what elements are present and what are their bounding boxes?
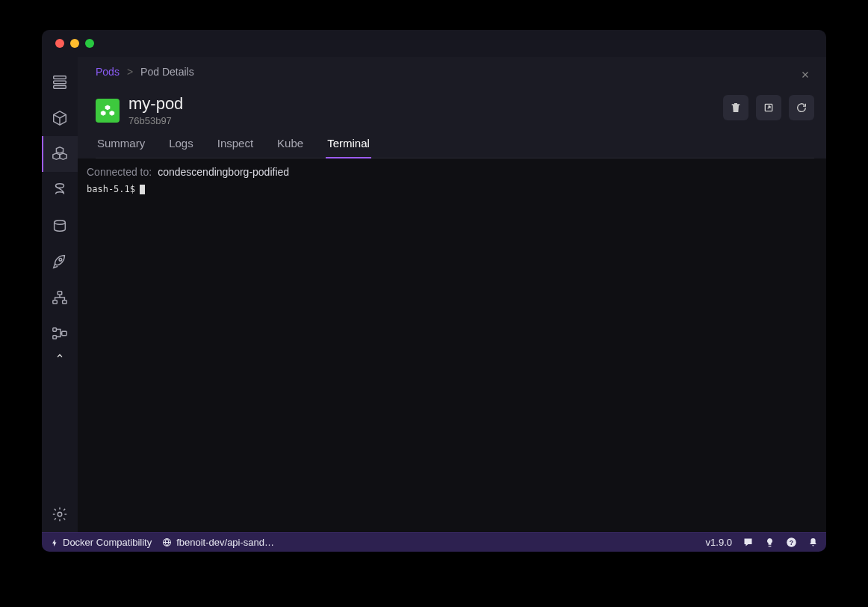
sidebar-item-volumes[interactable] bbox=[42, 208, 78, 244]
sidebar-item-containers[interactable] bbox=[42, 100, 78, 136]
tab-inspect[interactable]: Inspect bbox=[216, 137, 255, 158]
sidebar-item-resources[interactable] bbox=[42, 315, 78, 351]
svg-rect-1 bbox=[54, 81, 66, 84]
tab-logs[interactable]: Logs bbox=[167, 137, 195, 158]
svg-rect-0 bbox=[54, 76, 66, 79]
sidebar-item-dashboard[interactable] bbox=[42, 64, 78, 100]
tab-terminal[interactable]: Terminal bbox=[326, 137, 371, 158]
status-bell-icon[interactable] bbox=[807, 537, 819, 548]
status-docker-compat[interactable]: Docker Compatibility bbox=[49, 537, 152, 548]
terminal-panel[interactable]: Connected to: condescendingborg-podified… bbox=[78, 158, 826, 532]
status-chat-icon[interactable] bbox=[743, 537, 754, 548]
status-bulb-icon[interactable] bbox=[764, 537, 775, 548]
breadcrumb: Pods > Pod Details bbox=[96, 66, 194, 78]
connected-label: Connected to: bbox=[87, 166, 152, 178]
window-close-button[interactable] bbox=[55, 39, 64, 48]
tab-summary[interactable]: Summary bbox=[96, 137, 146, 158]
svg-point-3 bbox=[55, 221, 66, 225]
refresh-button[interactable] bbox=[789, 95, 814, 120]
sidebar-item-settings[interactable] bbox=[42, 496, 78, 532]
sidebar-item-network[interactable] bbox=[42, 280, 78, 315]
connected-target: condescendingborg-podified bbox=[158, 166, 289, 178]
breadcrumb-root-link[interactable]: Pods bbox=[96, 66, 120, 78]
popout-button[interactable] bbox=[756, 95, 781, 120]
breadcrumb-current: Pod Details bbox=[140, 66, 194, 78]
action-buttons bbox=[723, 95, 814, 120]
tab-bar: Summary Logs Inspect Kube Terminal bbox=[96, 137, 814, 158]
sidebar-item-pods[interactable] bbox=[42, 136, 78, 172]
svg-point-11 bbox=[58, 512, 62, 517]
terminal-cursor bbox=[140, 185, 145, 194]
svg-point-4 bbox=[59, 258, 62, 261]
svg-rect-7 bbox=[63, 301, 67, 304]
status-bar: Docker Compatibility fbenoit-dev/api-san… bbox=[42, 532, 826, 552]
svg-rect-6 bbox=[53, 301, 58, 304]
page-title: my-pod bbox=[128, 94, 183, 114]
svg-rect-10 bbox=[62, 331, 66, 336]
delete-button[interactable] bbox=[723, 95, 748, 120]
terminal-connection-status: Connected to: condescendingborg-podified bbox=[87, 166, 817, 178]
close-panel-button[interactable] bbox=[796, 66, 814, 84]
pod-hash: 76b53b97 bbox=[128, 115, 183, 126]
tab-kube[interactable]: Kube bbox=[276, 137, 305, 158]
svg-text:?: ? bbox=[790, 539, 793, 546]
window-zoom-button[interactable] bbox=[85, 39, 94, 48]
main-content: Pods > Pod Details my-pod bbox=[78, 57, 826, 532]
sidebar-item-images[interactable] bbox=[42, 172, 78, 208]
svg-rect-2 bbox=[54, 86, 66, 89]
window-minimize-button[interactable] bbox=[70, 39, 79, 48]
sidebar-item-deploy[interactable] bbox=[42, 244, 78, 280]
status-version: v1.9.0 bbox=[706, 537, 732, 548]
titlebar bbox=[42, 30, 826, 57]
page-header: Pods > Pod Details my-pod bbox=[78, 57, 826, 158]
svg-rect-8 bbox=[53, 328, 57, 332]
svg-rect-9 bbox=[53, 336, 57, 339]
sidebar bbox=[42, 57, 78, 532]
breadcrumb-separator: > bbox=[127, 66, 133, 78]
terminal-prompt: bash-5.1$ bbox=[87, 184, 135, 194]
status-help-icon[interactable]: ? bbox=[786, 537, 797, 548]
status-context[interactable]: fbenoit-dev/api-sand… bbox=[162, 537, 274, 548]
svg-rect-5 bbox=[58, 292, 62, 295]
terminal-prompt-line[interactable]: bash-5.1$ bbox=[87, 184, 817, 194]
app-window: Pods > Pod Details my-pod bbox=[42, 30, 826, 552]
pod-status-icon bbox=[96, 99, 120, 123]
